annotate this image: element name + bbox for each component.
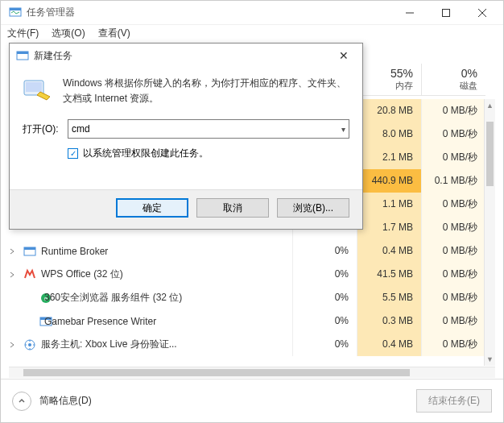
disk-cell: 0 MB/秒	[421, 263, 485, 286]
titlebar: 任务管理器	[1, 1, 503, 25]
disk-cell: 0 MB/秒	[421, 99, 485, 122]
maximize-button[interactable]	[428, 1, 464, 24]
col-memory[interactable]: 55% 内存	[357, 64, 421, 96]
open-combobox[interactable]: ▾	[68, 119, 349, 139]
new-task-dialog: 新建任务 ✕ Windows 将根据你所键入的名称，为你打开相应的程序、文件夹、…	[9, 43, 363, 230]
dropdown-arrow-icon[interactable]: ▾	[341, 125, 345, 134]
vertical-scrollbar[interactable]: ▲ ▼	[484, 99, 495, 366]
disk-cell: 0 MB/秒	[421, 216, 485, 239]
col-disk[interactable]: 0% 磁盘	[421, 64, 485, 96]
run-icon	[23, 76, 52, 105]
svg-rect-1	[10, 8, 21, 10]
memory-cell: 2.1 MB	[357, 146, 421, 169]
disk-cell: 0.1 MB/秒	[421, 169, 485, 193]
dialog-title: 新建任务	[34, 49, 332, 63]
process-icon: e	[23, 292, 39, 305]
process-icon	[23, 315, 39, 328]
window-title: 任务管理器	[27, 6, 391, 19]
footer: 简略信息(D) 结束任务(E)	[1, 379, 503, 422]
table-row[interactable]: Gamebar Presence Writer0%0.3 MB0 MB/秒	[9, 309, 485, 333]
expand-icon[interactable]	[9, 248, 23, 255]
dialog-description: Windows 将根据你所键入的名称，为你打开相应的程序、文件夹、文档或 Int…	[63, 76, 349, 106]
process-icon	[23, 338, 36, 351]
memory-cell: 0.4 MB	[357, 239, 421, 263]
open-label: 打开(O):	[23, 122, 68, 136]
scroll-up-arrow[interactable]: ▲	[485, 99, 495, 112]
browse-button[interactable]: 浏览(B)...	[277, 198, 349, 218]
admin-checkbox[interactable]: ✓	[68, 148, 78, 159]
end-task-button[interactable]: 结束任务(E)	[416, 389, 492, 413]
memory-cell: 0.4 MB	[357, 333, 421, 356]
process-name: Gamebar Presence Writer	[44, 316, 292, 327]
cpu-cell: 0%	[292, 286, 357, 309]
brief-info-label[interactable]: 简略信息(D)	[39, 394, 416, 408]
horizontal-scrollbar[interactable]	[9, 367, 495, 378]
process-name: WPS Office (32 位)	[41, 267, 292, 281]
expand-icon[interactable]	[9, 342, 23, 348]
menu-view[interactable]: 查看(V)	[98, 27, 130, 40]
process-name: 服务主机: Xbox Live 身份验证...	[41, 338, 292, 351]
hscroll-thumb[interactable]	[23, 369, 410, 376]
memory-cell: 41.5 MB	[357, 263, 421, 286]
memory-cell: 1.7 MB	[357, 216, 421, 239]
svg-rect-3	[442, 9, 449, 16]
menu-options[interactable]: 选项(O)	[52, 27, 85, 40]
open-input[interactable]	[72, 123, 341, 135]
svg-rect-7	[24, 247, 35, 250]
collapse-button[interactable]	[12, 392, 31, 411]
memory-cell: 440.9 MB	[357, 169, 421, 193]
table-row[interactable]: WPS Office (32 位)0%41.5 MB0 MB/秒	[9, 263, 485, 286]
dialog-titlebar: 新建任务 ✕	[10, 44, 362, 68]
scroll-down-arrow[interactable]: ▼	[485, 353, 495, 366]
svg-point-13	[28, 343, 31, 346]
dialog-icon	[16, 49, 29, 62]
process-icon	[23, 245, 36, 258]
table-row[interactable]: 服务主机: Xbox Live 身份验证...0%0.4 MB0 MB/秒	[9, 333, 485, 356]
svg-rect-15	[17, 52, 28, 54]
disk-cell: 0 MB/秒	[421, 333, 485, 356]
expand-icon[interactable]	[9, 272, 23, 278]
memory-cell: 20.8 MB	[357, 99, 421, 122]
app-icon	[9, 6, 22, 19]
disk-cell: 0 MB/秒	[421, 146, 485, 169]
memory-cell: 0.3 MB	[357, 309, 421, 333]
process-name: Runtime Broker	[41, 246, 292, 257]
menu-file[interactable]: 文件(F)	[7, 27, 39, 40]
dialog-close-button[interactable]: ✕	[332, 49, 356, 62]
disk-cell: 0 MB/秒	[421, 193, 485, 216]
table-row[interactable]: e360安全浏览器 服务组件 (32 位)0%5.5 MB0 MB/秒	[9, 286, 485, 309]
disk-cell: 0 MB/秒	[421, 239, 485, 263]
cancel-button[interactable]: 取消	[196, 198, 269, 218]
svg-rect-17	[26, 82, 42, 92]
cpu-cell: 0%	[292, 333, 357, 356]
disk-cell: 0 MB/秒	[421, 286, 485, 309]
memory-cell: 5.5 MB	[357, 286, 421, 309]
disk-cell: 0 MB/秒	[421, 309, 485, 333]
cpu-cell: 0%	[292, 239, 357, 263]
menubar: 文件(F) 选项(O) 查看(V)	[1, 25, 503, 43]
ok-button[interactable]: 确定	[116, 198, 188, 218]
memory-cell: 8.0 MB	[357, 122, 421, 146]
cpu-cell: 0%	[292, 309, 357, 333]
minimize-button[interactable]	[391, 1, 428, 24]
disk-cell: 0 MB/秒	[421, 122, 485, 146]
close-button[interactable]	[464, 1, 500, 24]
cpu-cell: 0%	[292, 263, 357, 286]
admin-checkbox-label: 以系统管理权限创建此任务。	[83, 147, 209, 160]
scroll-thumb[interactable]	[486, 122, 494, 186]
memory-cell: 1.1 MB	[357, 193, 421, 216]
process-name: 360安全浏览器 服务组件 (32 位)	[44, 291, 292, 305]
column-headers: 55% 内存 0% 磁盘	[357, 64, 485, 96]
table-row[interactable]: Runtime Broker0%0.4 MB0 MB/秒	[9, 239, 485, 263]
process-icon	[23, 268, 36, 281]
